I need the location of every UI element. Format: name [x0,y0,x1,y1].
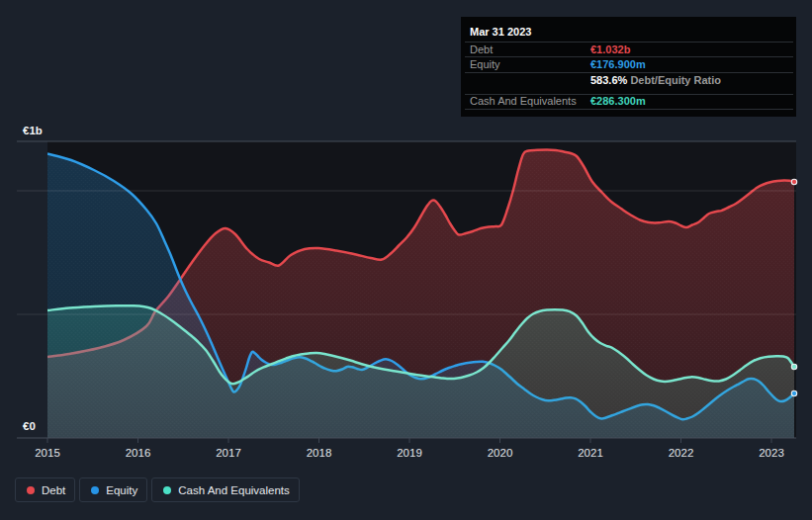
svg-text:2023: 2023 [759,447,784,459]
svg-text:2017: 2017 [216,447,241,459]
svg-text:€0: €0 [23,420,36,432]
svg-text:2015: 2015 [35,447,60,459]
svg-text:2022: 2022 [669,447,694,459]
svg-text:2021: 2021 [578,447,603,459]
svg-text:€1b: €1b [23,125,43,136]
svg-text:2018: 2018 [307,447,332,459]
svg-text:2016: 2016 [126,447,151,459]
svg-text:2019: 2019 [397,447,422,459]
svg-text:2020: 2020 [488,447,513,459]
